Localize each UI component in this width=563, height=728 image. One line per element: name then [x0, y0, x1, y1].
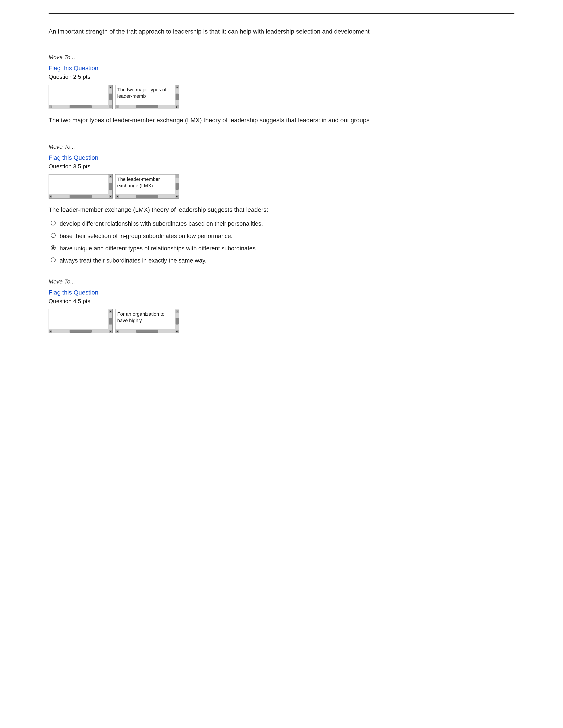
- match-box-2b-text: The leader-member exchange (LMX): [115, 174, 179, 191]
- page-container: An important strength of the trait appro…: [0, 0, 563, 358]
- scroll-left-3a[interactable]: ◄: [49, 330, 52, 333]
- radio-circle-2-3[interactable]: [51, 257, 56, 262]
- scrollbar-h-1a[interactable]: ◄ ►: [49, 105, 112, 109]
- scroll-left-2b[interactable]: ◄: [116, 195, 119, 198]
- move-to-1: Move To...: [49, 54, 514, 61]
- scrollbar-h-2a[interactable]: ◄ ►: [49, 194, 112, 198]
- answer-text: An important strength of the trait appro…: [49, 27, 514, 36]
- flag-question-2[interactable]: Flag this Question: [49, 154, 514, 161]
- scroll-thumb-1a[interactable]: [109, 94, 112, 100]
- match-box-1b-text: The two major types of leader-memb: [115, 85, 179, 101]
- radio-circle-2-0[interactable]: [51, 221, 56, 225]
- match-box-1a[interactable]: ▲ ▼ ◄ ►: [49, 85, 113, 109]
- question-label-1: Question 2 5 pts: [49, 73, 514, 80]
- match-box-3a[interactable]: ▲ ▼ ◄ ►: [49, 309, 113, 333]
- scroll-up-2a[interactable]: ▲: [109, 175, 112, 178]
- radio-circle-2-1[interactable]: [51, 233, 56, 238]
- scroll-right-3b[interactable]: ►: [175, 330, 179, 333]
- question-label-3: Question 4 5 pts: [49, 298, 514, 305]
- match-box-3b[interactable]: For an organization to have highly ▲ ▼ ◄…: [115, 309, 179, 333]
- scroll-right-3a[interactable]: ►: [109, 330, 112, 333]
- match-box-2a[interactable]: ▲ ▼ ◄ ►: [49, 174, 113, 199]
- scroll-right-2a[interactable]: ►: [109, 195, 112, 198]
- scrollbar-h-2b[interactable]: ◄ ►: [115, 194, 179, 198]
- scroll-up-2b[interactable]: ▲: [175, 175, 179, 178]
- scroll-left-1a[interactable]: ◄: [49, 105, 52, 108]
- scroll-right-1b[interactable]: ►: [175, 105, 179, 108]
- flag-question-1[interactable]: Flag this Question: [49, 65, 514, 72]
- radio-option-2-1[interactable]: base their selection of in-group subordi…: [51, 232, 514, 240]
- match-box-2b[interactable]: The leader-member exchange (LMX) ▲ ▼ ◄ ►: [115, 174, 179, 199]
- scroll-left-2a[interactable]: ◄: [49, 195, 52, 198]
- radio-label-2-0: develop different relationships with sub…: [60, 220, 263, 228]
- scroll-hthumb-2b[interactable]: [136, 195, 158, 198]
- scroll-thumb-2b[interactable]: [175, 183, 179, 190]
- scrollbar-h-3a[interactable]: ◄ ►: [49, 329, 112, 333]
- scroll-hthumb-2a[interactable]: [70, 195, 92, 198]
- flag-question-3[interactable]: Flag this Question: [49, 289, 514, 296]
- radio-option-2-0[interactable]: develop different relationships with sub…: [51, 220, 514, 228]
- section-2: Move To... Flag this Question Question 3…: [49, 143, 514, 265]
- section-3: Move To... Flag this Question Question 4…: [49, 278, 514, 333]
- radio-circle-2-2[interactable]: [51, 245, 56, 250]
- scroll-hthumb-3b[interactable]: [136, 330, 158, 333]
- matching-widget-2: ▲ ▼ ◄ ► The leader-member exchange (LMX)…: [49, 174, 181, 199]
- question-text-2: The leader-member exchange (LMX) theory …: [49, 205, 514, 214]
- scroll-up-1a[interactable]: ▲: [109, 85, 112, 88]
- radio-label-2-3: always treat their subordinates in exact…: [60, 257, 207, 265]
- radio-label-2-1: base their selection of in-group subordi…: [60, 232, 232, 240]
- question-label-2: Question 3 5 pts: [49, 163, 514, 170]
- move-to-2: Move To...: [49, 143, 514, 150]
- scroll-thumb-3b[interactable]: [175, 318, 179, 325]
- scroll-hthumb-1a[interactable]: [70, 105, 92, 108]
- top-divider: [49, 13, 514, 14]
- scroll-hthumb-1b[interactable]: [136, 105, 158, 108]
- scroll-right-1a[interactable]: ►: [109, 105, 112, 108]
- scroll-up-3a[interactable]: ▲: [109, 310, 112, 313]
- scroll-right-2b[interactable]: ►: [175, 195, 179, 198]
- scrollbar-h-1b[interactable]: ◄ ►: [115, 105, 179, 109]
- scroll-left-3b[interactable]: ◄: [116, 330, 119, 333]
- move-to-3: Move To...: [49, 278, 514, 285]
- scroll-up-3b[interactable]: ▲: [175, 310, 179, 313]
- radio-label-2-2: have unique and different types of relat…: [60, 244, 257, 253]
- matching-widget-3: ▲ ▼ ◄ ► For an organization to have high…: [49, 309, 181, 333]
- scroll-thumb-3a[interactable]: [109, 318, 112, 325]
- scroll-thumb-2a[interactable]: [109, 183, 112, 190]
- radio-option-2-2[interactable]: have unique and different types of relat…: [51, 244, 514, 253]
- question-text-1: The two major types of leader-member exc…: [49, 116, 514, 125]
- scroll-up-1b[interactable]: ▲: [175, 85, 179, 88]
- matching-widget-1: ▲ ▼ ◄ ► The two major types of leader-me…: [49, 85, 181, 109]
- scroll-hthumb-3a[interactable]: [70, 330, 92, 333]
- radio-options-2: develop different relationships with sub…: [51, 220, 514, 265]
- match-box-3b-text: For an organization to have highly: [115, 309, 179, 325]
- scroll-left-1b[interactable]: ◄: [116, 105, 119, 108]
- match-box-1b[interactable]: The two major types of leader-memb ▲ ▼ ◄…: [115, 85, 179, 109]
- section-1: Move To... Flag this Question Question 2…: [49, 54, 514, 143]
- scroll-thumb-1b[interactable]: [175, 94, 179, 100]
- scrollbar-h-3b[interactable]: ◄ ►: [115, 329, 179, 333]
- radio-option-2-3[interactable]: always treat their subordinates in exact…: [51, 257, 514, 265]
